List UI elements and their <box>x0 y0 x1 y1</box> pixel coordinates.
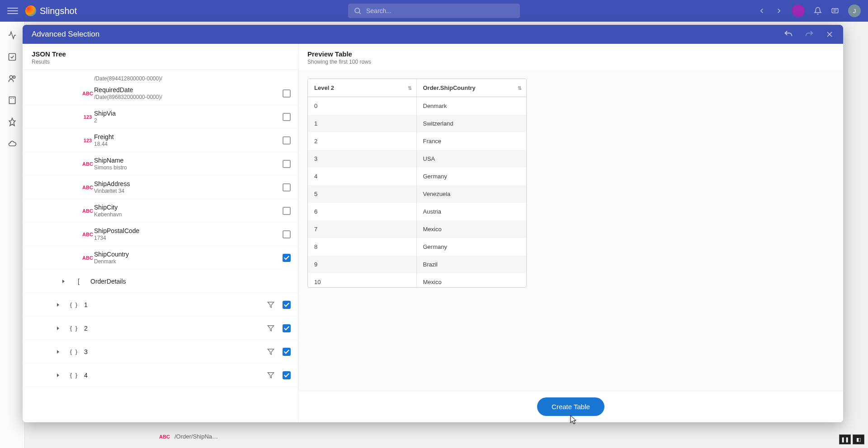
stop-icon[interactable]: ◧ <box>853 434 864 444</box>
tree-field-row[interactable]: /Date(894412800000-0000)/ <box>23 70 298 82</box>
expand-icon[interactable] <box>54 373 61 377</box>
filter-icon[interactable] <box>267 372 274 379</box>
table-row[interactable]: 4Germany <box>308 168 526 185</box>
expand-icon[interactable] <box>54 303 61 307</box>
building-icon[interactable] <box>8 96 17 105</box>
tree-object-row[interactable]: { }1 <box>23 293 298 317</box>
expand-icon[interactable] <box>54 327 61 330</box>
field-checkbox[interactable] <box>283 89 291 98</box>
table-cell: 5 <box>308 185 416 203</box>
users-icon[interactable] <box>8 74 17 83</box>
tree-object-row[interactable]: { }4 <box>23 364 298 387</box>
type-badge: 123 <box>81 114 94 120</box>
tree-field-row[interactable]: ABCShipAddressVinbæltet 34 <box>23 176 298 199</box>
check-square-icon[interactable] <box>8 52 17 61</box>
field-value: Vinbæltet 34 <box>94 188 277 194</box>
table-cell: 1 <box>308 115 416 132</box>
svg-point-7 <box>13 76 15 78</box>
field-name: 4 <box>84 372 267 379</box>
type-badge: ABC <box>81 255 94 261</box>
type-badge: 123 <box>81 138 94 143</box>
field-checkbox[interactable] <box>283 136 291 145</box>
nav-forward-icon[interactable] <box>775 7 783 15</box>
filter-icon[interactable] <box>267 325 274 332</box>
field-checkbox[interactable] <box>283 230 291 238</box>
search-input[interactable] <box>366 7 514 14</box>
tree-field-row[interactable]: ABCShipPostalCode1734 <box>23 223 298 246</box>
table-cell: 9 <box>308 256 416 273</box>
object-brace-icon: { } <box>69 301 80 308</box>
type-badge: ABC <box>81 208 94 214</box>
field-checkbox[interactable] <box>283 113 291 121</box>
app-name: Slingshot <box>40 6 77 16</box>
tree-array-row[interactable]: [OrderDetails <box>23 270 298 293</box>
chat-icon[interactable] <box>831 7 839 15</box>
field-checkbox[interactable] <box>283 183 291 191</box>
object-brace-icon: { } <box>69 325 80 331</box>
table-row[interactable]: 6Austria <box>308 203 526 220</box>
field-name: ShipName <box>94 157 277 164</box>
filter-icon[interactable] <box>267 301 274 308</box>
field-checkbox[interactable] <box>283 254 291 262</box>
nav-back-icon[interactable] <box>758 7 766 15</box>
expand-icon[interactable] <box>54 350 61 354</box>
json-tree-title: JSON Tree <box>32 50 289 58</box>
redo-icon[interactable] <box>804 29 814 39</box>
field-value: København <box>94 211 277 218</box>
svg-point-0 <box>355 8 360 13</box>
table-cell: Brazil <box>416 256 526 273</box>
table-cell: 6 <box>308 203 416 220</box>
table-row[interactable]: 0Denmark <box>308 97 526 115</box>
tree-field-row[interactable]: 123ShipVia2 <box>23 105 298 129</box>
bell-icon[interactable] <box>814 7 822 15</box>
table-column-header[interactable]: Order.ShipCountry⇅ <box>416 79 526 97</box>
table-row[interactable]: 1Switzerland <box>308 115 526 132</box>
cloud-icon[interactable] <box>8 139 17 148</box>
table-column-header[interactable]: Level 2⇅ <box>308 79 416 97</box>
object-brace-icon: { } <box>69 348 80 355</box>
tree-field-row[interactable]: ABCShipCountryDenmark <box>23 246 298 270</box>
pause-icon[interactable]: ❚❚ <box>839 434 851 444</box>
preview-panel: Preview Table Showing the first 100 rows… <box>298 44 843 422</box>
tree-field-row[interactable]: ABCShipCityKøbenhavn <box>23 199 298 223</box>
pin-icon[interactable] <box>8 117 17 126</box>
tree-field-row[interactable]: ABCShipNameSimons bistro <box>23 152 298 176</box>
activity-icon[interactable] <box>8 31 17 40</box>
type-badge: ABC <box>158 434 171 439</box>
filter-icon[interactable] <box>267 348 274 355</box>
app-logo[interactable]: Slingshot <box>25 5 77 16</box>
field-checkbox[interactable] <box>283 371 291 379</box>
table-row[interactable]: 9Brazil <box>308 256 526 273</box>
table-row[interactable]: 3USA <box>308 150 526 168</box>
field-value: Denmark <box>94 258 277 265</box>
tree-field-row[interactable]: ABCRequiredDate/Date(896832000000-0000)/ <box>23 82 298 105</box>
field-checkbox[interactable] <box>283 348 291 356</box>
table-cell: 0 <box>308 97 416 115</box>
profile-avatar[interactable]: J <box>848 5 861 17</box>
table-row[interactable]: 2France <box>308 132 526 150</box>
json-tree[interactable]: /Date(894412800000-0000)/ABCRequiredDate… <box>23 70 298 422</box>
sort-icon[interactable]: ⇅ <box>518 85 522 91</box>
tree-field-row[interactable]: 123Freight18.44 <box>23 129 298 152</box>
close-icon[interactable] <box>825 30 834 39</box>
tree-object-row[interactable]: { }3 <box>23 340 298 364</box>
field-checkbox[interactable] <box>283 160 291 168</box>
table-row[interactable]: 5Venezuela <box>308 185 526 203</box>
search-box[interactable] <box>348 4 520 18</box>
create-table-button[interactable]: Create Table <box>537 397 604 416</box>
user-avatar[interactable] <box>792 5 805 17</box>
expand-icon[interactable] <box>60 280 67 283</box>
field-name: OrderDetails <box>90 278 291 285</box>
table-row[interactable]: 10Mexico <box>308 273 526 287</box>
sort-icon[interactable]: ⇅ <box>408 85 412 91</box>
undo-icon[interactable] <box>783 29 793 39</box>
field-checkbox[interactable] <box>283 301 291 309</box>
search-icon <box>354 7 362 15</box>
table-row[interactable]: 8Germany <box>308 238 526 256</box>
hamburger-icon[interactable] <box>7 5 18 16</box>
tree-object-row[interactable]: { }2 <box>23 317 298 340</box>
table-row[interactable]: 7Mexico <box>308 220 526 238</box>
field-checkbox[interactable] <box>283 207 291 215</box>
field-value: /Date(894412800000-0000)/ <box>94 75 291 82</box>
field-checkbox[interactable] <box>283 324 291 332</box>
